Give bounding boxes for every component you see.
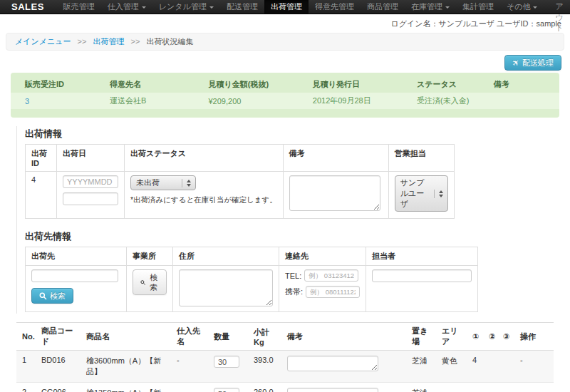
nav-item-inventory[interactable]: 在庫管理	[405, 0, 456, 14]
item-no: 2	[16, 383, 36, 392]
items-header-area: エリア	[436, 323, 467, 351]
item-storage: 芝浦	[406, 383, 436, 392]
items-header-subtotal-kg: 小計Kg	[248, 323, 281, 351]
nav-item-customers[interactable]: 得意先管理	[309, 0, 361, 14]
item-circle3	[497, 351, 514, 383]
item-note-textarea[interactable]	[287, 388, 378, 392]
tel-label: TEL:	[285, 272, 301, 280]
item-area	[436, 383, 467, 392]
nav-item-sales[interactable]: 販売管理	[57, 0, 101, 14]
contact-person-input[interactable]	[372, 269, 472, 282]
items-header-name: 商品名	[81, 323, 171, 351]
item-subtotal-kg: 260.0	[248, 383, 281, 392]
item-circle2	[483, 351, 497, 383]
dest-header-destination: 出荷先	[26, 247, 127, 266]
summary-header-issue-date: 見積り発行日	[307, 76, 411, 93]
destination-search-button[interactable]: 検索	[31, 288, 73, 304]
item-note-textarea[interactable]	[287, 356, 378, 371]
ship-header-id: 出荷ID	[26, 145, 57, 172]
destination-info-title: 出荷先情報	[25, 230, 570, 243]
table-row: 1 BD016 檜3600mm（A）【新品】 - 393.0 芝浦 黄色 4 -	[16, 351, 554, 383]
item-code: CG006	[36, 383, 81, 392]
item-circle1: 4	[467, 351, 483, 383]
item-circle2	[483, 383, 497, 392]
estimate-issue-date: 2012年09月28日	[307, 93, 411, 109]
items-header-circle3: ③	[497, 323, 514, 351]
sales-rep-select[interactable]: サンプルユーザ	[395, 175, 448, 212]
nav-item-aggregation[interactable]: 集計管理	[456, 0, 500, 14]
shipping-form-area: 出荷情報 出荷ID 出荷日 出荷ステータス 備考 営業担当 4 未出荷	[16, 126, 570, 314]
items-header-circle1: ①	[467, 323, 483, 351]
address-textarea[interactable]	[179, 269, 273, 306]
items-header-circle2: ②	[483, 323, 497, 351]
dest-header-contact: 連絡先	[279, 247, 366, 266]
shipping-info-table: 出荷ID 出荷日 出荷ステータス 備考 営業担当 4 未出荷	[25, 144, 455, 219]
shipping-date-input-2[interactable]	[63, 192, 118, 205]
shipping-status-note: *出荷済みにすると在庫引当が確定します。	[130, 195, 277, 205]
item-area: 黄色	[436, 351, 467, 383]
tel-input[interactable]	[304, 269, 358, 282]
caret-down-icon	[209, 6, 214, 9]
search-icon	[39, 292, 47, 300]
item-operation: -	[514, 383, 554, 392]
summary-header-customer: 得意先名	[104, 76, 203, 93]
items-header-storage: 置き場	[406, 323, 436, 351]
item-name: 檜3600mm（A）【新品】	[81, 351, 171, 383]
estimate-amount: ¥209,200	[202, 93, 306, 109]
items-header-note: 備考	[281, 323, 406, 351]
destination-info-table: 出荷先 事業所 住所 連絡先 担当者 検索	[25, 247, 478, 312]
item-name: 檜1350mm（A）【新品】	[81, 383, 171, 392]
summary-header-amount: 見積り金額(税抜)	[202, 76, 306, 93]
item-qty-input[interactable]	[214, 356, 239, 368]
dest-header-office: 事業所	[127, 247, 173, 266]
nav-item-products[interactable]: 商品管理	[361, 0, 405, 14]
shipping-date-input[interactable]	[63, 175, 118, 188]
select-stepper-icon	[434, 190, 445, 198]
logout-link[interactable]: ログアウト	[544, 0, 570, 14]
items-header-code: 商品コード	[36, 323, 81, 351]
nav-item-rental[interactable]: レンタル管理	[152, 0, 220, 14]
nav-item-purchase[interactable]: 仕入管理	[101, 0, 152, 14]
item-circle3	[497, 383, 514, 392]
ship-header-note: 備考	[283, 145, 388, 172]
destination-info-row: 検索 検索 TEL:	[26, 266, 478, 312]
nav-item-shipping[interactable]: 出荷管理	[264, 0, 309, 14]
office-search-button[interactable]: 検索	[133, 269, 167, 295]
item-qty-input[interactable]	[214, 388, 239, 392]
shipping-status-select[interactable]: 未出荷	[130, 175, 196, 190]
summary-header-order-id: 販売受注ID	[11, 76, 104, 93]
item-supplier: -	[171, 351, 208, 383]
breadcrumb-separator: >>	[131, 37, 140, 46]
login-info: ログイン名：サンプルユーザ ユーザID：sample	[0, 14, 570, 31]
item-operation: -	[514, 351, 554, 383]
order-id-link[interactable]: 3	[25, 97, 29, 105]
app-brand[interactable]: SALES	[0, 0, 57, 14]
order-note	[488, 93, 559, 109]
item-supplier: -	[171, 383, 208, 392]
breadcrumb-current-page: 出荷状況編集	[147, 37, 194, 46]
ship-header-date: 出荷日	[57, 145, 125, 172]
mobile-input[interactable]	[306, 286, 360, 298]
caret-down-icon	[142, 6, 146, 9]
ship-header-sales-rep: 営業担当	[388, 145, 454, 172]
top-navbar: SALES 販売管理 仕入管理 レンタル管理 配送管理 出荷管理 得意先管理 商…	[0, 0, 570, 14]
breadcrumb: メインメニュー >> 出荷管理 >> 出荷状況編集	[6, 33, 564, 51]
order-summary-panel: 販売受注ID 得意先名 見積り金額(税抜) 見積り発行日 ステータス 備考 3 …	[11, 73, 559, 118]
breadcrumb-main-menu[interactable]: メインメニュー	[15, 37, 71, 46]
dest-header-address: 住所	[173, 247, 279, 266]
order-summary-table: 販売受注ID 得意先名 見積り金額(税抜) 見積り発行日 ステータス 備考 3 …	[11, 76, 559, 109]
destination-input[interactable]	[31, 269, 118, 282]
delivery-process-button[interactable]: ✈ 配送処理	[504, 55, 561, 71]
summary-header-status: ステータス	[411, 76, 488, 93]
nav-item-others[interactable]: その他	[500, 0, 544, 14]
item-circle1	[467, 383, 483, 392]
items-header-qty: 数量	[208, 323, 248, 351]
dest-header-person: 担当者	[366, 247, 478, 266]
breadcrumb-shipping[interactable]: 出荷管理	[93, 37, 125, 46]
ship-header-status: 出荷ステータス	[125, 145, 284, 172]
shipment-items-table: No. 商品コード 商品名 仕入先名 数量 小計Kg 備考 置き場 エリア ① …	[16, 322, 554, 392]
plane-icon: ✈	[510, 57, 522, 68]
nav-item-delivery[interactable]: 配送管理	[220, 0, 264, 14]
order-summary-row: 3 運送会社B ¥209,200 2012年09月28日 受注済(未入金)	[11, 93, 559, 109]
shipping-note-textarea[interactable]	[289, 175, 380, 211]
